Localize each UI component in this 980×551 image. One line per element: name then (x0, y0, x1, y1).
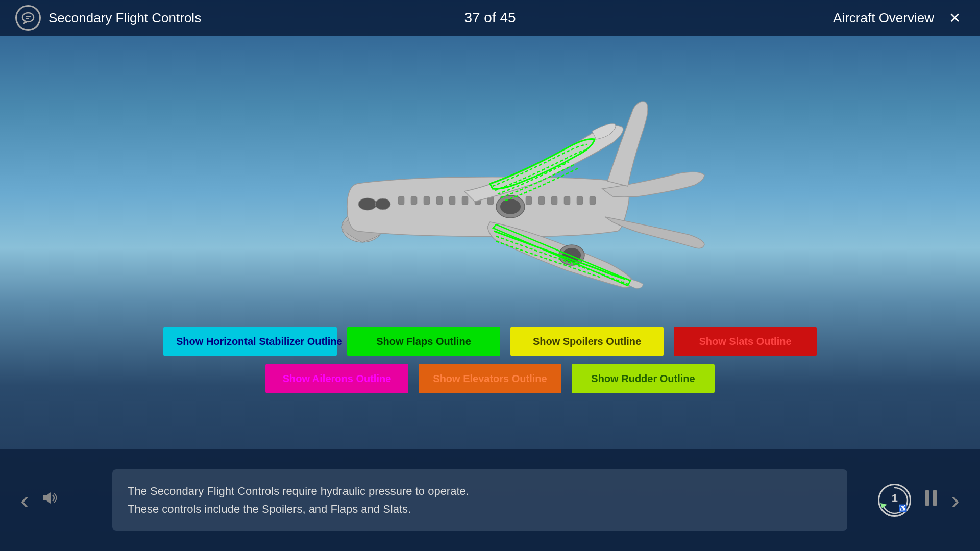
svg-rect-28 (925, 490, 929, 506)
svg-rect-10 (436, 196, 443, 205)
progress-indicator: 37 of 45 (464, 10, 516, 26)
show-spoilers-button[interactable]: Show Spoilers Outline (510, 327, 664, 356)
aircraft-svg (260, 48, 720, 334)
bottom-right-controls: 1 ♿ › (857, 484, 980, 517)
aircraft-overview-link[interactable]: Aircraft Overview (833, 10, 934, 26)
controls-buttons-area: Show Horizontal Stabilizer Outline Show … (0, 327, 980, 393)
previous-button[interactable]: ‹ (20, 485, 29, 515)
buttons-row-1: Show Horizontal Stabilizer Outline Show … (163, 327, 817, 356)
svg-point-24 (500, 199, 521, 214)
svg-rect-11 (449, 196, 455, 205)
accessibility-icon: ♿ (898, 504, 907, 512)
header: Secondary Flight Controls 37 of 45 Aircr… (0, 0, 980, 36)
svg-rect-17 (526, 196, 532, 205)
show-flaps-button[interactable]: Show Flaps Outline (347, 327, 500, 356)
svg-rect-18 (538, 196, 545, 205)
page-title: Secondary Flight Controls (48, 10, 201, 26)
svg-rect-12 (462, 196, 468, 205)
svg-rect-20 (564, 196, 570, 205)
svg-rect-21 (577, 196, 583, 205)
description-line-1: The Secondary Flight Controls require hy… (128, 485, 469, 497)
show-ailerons-button[interactable]: Show Ailerons Outline (265, 364, 408, 393)
svg-rect-7 (398, 196, 404, 205)
show-slats-button[interactable]: Show Slats Outline (674, 327, 817, 356)
header-right: Aircraft Overview ✕ (833, 8, 965, 28)
buttons-row-2: Show Ailerons Outline Show Elevators Out… (265, 364, 715, 393)
volume-icon[interactable] (39, 488, 59, 512)
description-text: The Secondary Flight Controls require hy… (128, 482, 832, 518)
aircraft-view (0, 36, 980, 347)
svg-rect-8 (411, 196, 417, 205)
show-elevators-button[interactable]: Show Elevators Outline (419, 364, 561, 393)
description-panel: The Secondary Flight Controls require hy… (112, 469, 847, 531)
pause-button[interactable] (924, 488, 938, 512)
svg-point-5 (358, 198, 377, 210)
next-button[interactable]: › (951, 485, 960, 515)
bottom-left-controls: ‹ (0, 485, 102, 515)
header-left: Secondary Flight Controls (15, 5, 201, 31)
svg-point-6 (375, 198, 390, 210)
show-rudder-button[interactable]: Show Rudder Outline (572, 364, 715, 393)
svg-rect-9 (424, 196, 430, 205)
description-line-2: These controls include the Spoilers, and… (128, 503, 411, 515)
svg-rect-19 (551, 196, 557, 205)
svg-point-0 (22, 13, 34, 22)
show-horizontal-stabilizer-button[interactable]: Show Horizontal Stabilizer Outline (163, 327, 337, 356)
chat-icon[interactable] (15, 5, 41, 31)
replay-button[interactable]: 1 ♿ (878, 484, 911, 517)
svg-rect-29 (933, 490, 937, 506)
svg-rect-22 (590, 196, 596, 205)
bottom-panel: ‹ The Secondary Flight Controls require … (0, 449, 980, 551)
close-button[interactable]: ✕ (944, 8, 965, 28)
